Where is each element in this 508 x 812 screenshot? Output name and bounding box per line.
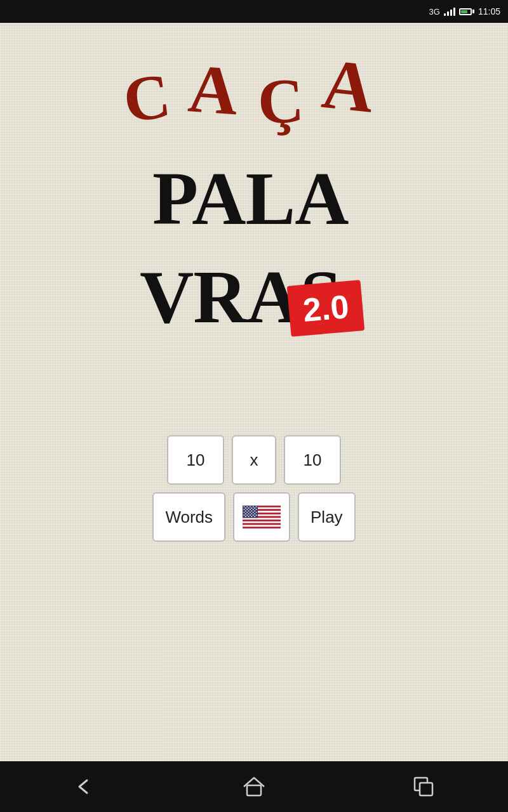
svg-point-14 [246,506,248,508]
svg-point-34 [253,512,254,513]
svg-point-37 [248,513,250,514]
version-text: 2.0 [302,288,351,329]
language-button[interactable] [233,492,290,542]
version-badge: 2.0 [287,280,365,337]
svg-point-13 [244,506,245,508]
svg-point-32 [246,512,248,513]
svg-point-41 [246,514,248,516]
svg-point-23 [246,509,248,510]
svg-point-24 [250,509,251,510]
logo-caca: C A Ç A [124,55,375,136]
back-button[interactable] [65,768,104,806]
svg-point-21 [254,508,255,509]
grid-width-button[interactable]: 10 [167,435,224,485]
svg-rect-7 [243,518,281,520]
main-area: C A Ç A PALA VRAS 2.0 10 [0,23,508,761]
svg-point-29 [251,511,253,512]
grid-height-button[interactable]: 10 [284,435,341,485]
svg-point-35 [256,512,257,513]
svg-point-38 [251,513,253,514]
svg-point-44 [256,514,257,516]
logo-pala: PALA [152,156,348,242]
svg-point-15 [250,506,251,508]
home-button[interactable] [235,768,273,806]
back-arrow-icon [74,778,95,796]
svg-point-40 [244,514,245,516]
logo-text: C A Ç A PALA VRAS 2.0 [89,45,419,394]
svg-rect-8 [243,520,281,521]
svg-point-46 [248,516,250,517]
svg-point-43 [253,514,254,516]
svg-point-20 [251,508,253,509]
grid-height-value: 10 [304,450,322,470]
svg-point-33 [250,512,251,513]
svg-rect-51 [420,783,432,796]
nav-bar [0,761,508,812]
svg-point-36 [245,513,246,514]
svg-point-16 [253,506,254,508]
logo-container: C A Ç A PALA VRAS 2.0 [0,23,508,416]
recents-button[interactable] [404,768,443,806]
svg-point-48 [254,516,255,517]
svg-rect-11 [243,525,281,527]
grid-width-value: 10 [187,450,205,470]
separator-button: x [232,435,276,485]
grid-size-row: 10 x 10 [167,435,341,485]
home-icon [243,775,265,798]
svg-point-19 [248,508,250,509]
svg-point-27 [245,511,246,512]
battery-icon [459,8,474,15]
svg-point-39 [254,513,255,514]
svg-point-18 [245,508,246,509]
svg-point-26 [256,509,257,510]
svg-point-22 [244,509,245,510]
svg-rect-49 [247,785,261,796]
signal-icon [444,7,455,16]
svg-point-42 [250,514,251,516]
svg-point-47 [251,516,253,517]
us-flag-icon [243,506,281,528]
status-bar: 3G 11:05 [0,0,508,23]
svg-point-45 [245,516,246,517]
svg-point-17 [256,506,257,508]
words-button[interactable]: Words [152,492,225,542]
words-label: Words [165,508,213,527]
separator-label: x [250,450,258,470]
recents-icon [412,775,435,798]
svg-rect-10 [243,523,281,525]
svg-rect-12 [243,506,258,518]
svg-point-25 [253,509,254,510]
play-label: Play [311,508,343,527]
clock: 11:05 [478,6,500,16]
play-button[interactable]: Play [298,492,356,542]
network-indicator: 3G [429,7,440,16]
action-row: Words [152,492,355,542]
controls-area: 10 x 10 Words [0,435,508,542]
svg-point-31 [244,512,245,513]
svg-point-28 [248,511,250,512]
svg-point-30 [254,511,255,512]
svg-rect-9 [243,521,281,523]
